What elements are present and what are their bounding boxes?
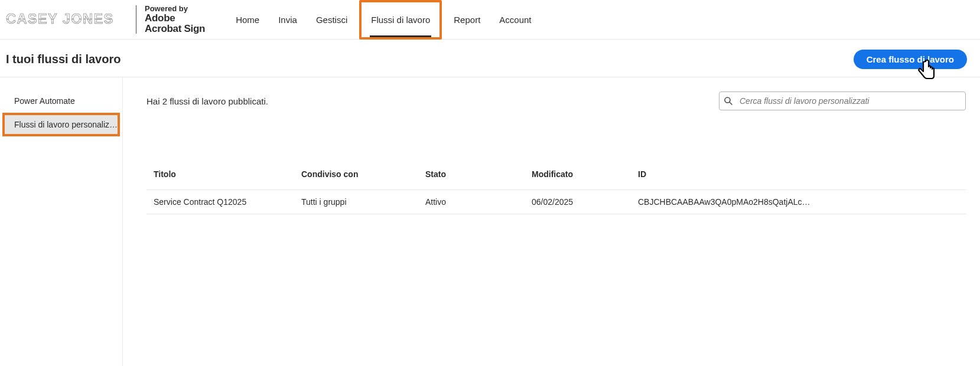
main-panel: Hai 2 flussi di lavoro pubblicati. Titol… [123,77,980,366]
nav-item-account[interactable]: Account [490,0,541,40]
cell-state: Attivo [418,190,525,214]
page-body: Power Automate Flussi di lavoro personal… [0,77,980,366]
cell-id: CBJCHBCAABAAw3QA0pMAo2H8sQatjALc… [631,190,966,214]
search-container [719,92,966,110]
nav-item-home[interactable]: Home [226,0,269,40]
brand-separator [136,5,136,34]
cell-title: Service Contract Q12025 [146,190,294,214]
cell-shared: Tutti i gruppi [294,190,418,214]
col-shared[interactable]: Condiviso con [294,164,418,190]
main-top-row: Hai 2 flussi di lavoro pubblicati. [146,92,966,110]
powered-by-block: Powered by Adobe Acrobat Sign [145,5,205,34]
nav-item-gestisci[interactable]: Gestisci [307,0,357,40]
search-input[interactable] [719,92,966,110]
main-nav: Home Invia Gestisci Flussi di lavoro Rep… [226,0,541,40]
powered-by-label: Powered by [145,5,205,13]
workflows-table: Titolo Condiviso con Stato Modificato ID… [146,164,966,214]
table-row[interactable]: Service Contract Q12025 Tutti i gruppi A… [146,190,966,214]
table-header-row: Titolo Condiviso con Stato Modificato ID [146,164,966,190]
svg-text:CASEY JONES: CASEY JONES [6,11,114,27]
workflow-count-text: Hai 2 flussi di lavoro pubblicati. [146,96,268,106]
nav-item-invia[interactable]: Invia [269,0,307,40]
nav-item-report[interactable]: Report [444,0,490,40]
col-modified[interactable]: Modificato [525,164,631,190]
powered-by-line2: Acrobat Sign [145,24,205,34]
search-icon [724,96,733,106]
sidebar-item-power-automate[interactable]: Power Automate [0,89,122,113]
page-title: I tuoi flussi di lavoro [6,53,121,66]
col-state[interactable]: Stato [418,164,525,190]
sidebar: Power Automate Flussi di lavoro personal… [0,77,123,366]
powered-by-line1: Adobe [145,13,205,24]
brand-logo: CASEY JONES [6,10,124,29]
app-header: CASEY JONES Powered by Adobe Acrobat Sig… [0,0,980,40]
nav-item-flussi-di-lavoro[interactable]: Flussi di lavoro [359,0,442,40]
col-id[interactable]: ID [631,164,966,190]
create-workflow-button[interactable]: Crea flusso di lavoro [854,50,967,69]
sidebar-item-custom-workflows[interactable]: Flussi di lavoro personaliz… [2,113,120,136]
svg-line-2 [730,102,732,104]
cell-modified: 06/02/2025 [525,190,631,214]
page-title-bar: I tuoi flussi di lavoro Crea flusso di l… [0,40,980,77]
col-title[interactable]: Titolo [146,164,294,190]
